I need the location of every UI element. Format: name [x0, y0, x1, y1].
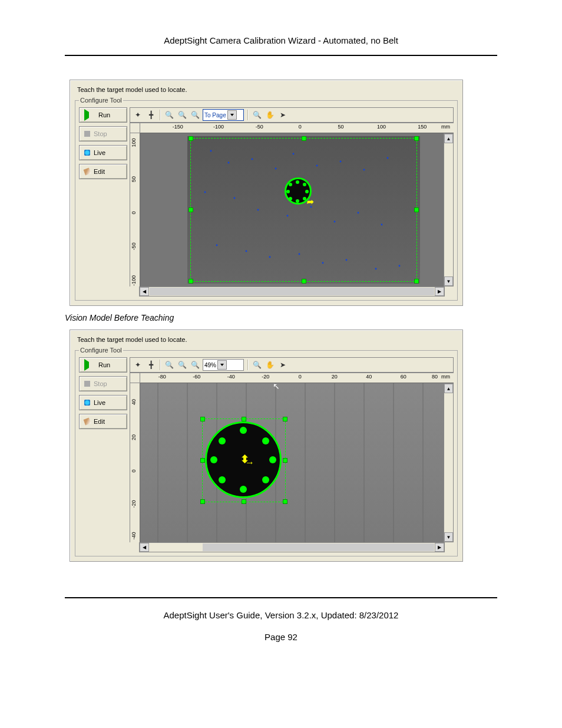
- zoom-actual-icon[interactable]: 🔍: [177, 360, 187, 370]
- pointer-icon[interactable]: ➤: [277, 360, 288, 370]
- view-toolbar: ✦ ╋ 🔍 🔍 🔍 49% 🔍 ✋ ➤: [130, 357, 454, 373]
- header-rule: [65, 55, 497, 56]
- vertical-ruler: 100 50 0 -50 -100: [130, 133, 140, 286]
- scroll-left-icon[interactable]: ◀: [140, 543, 149, 552]
- live-button[interactable]: Live: [79, 145, 127, 160]
- image-view[interactable]: ⬍ → ↖: [140, 383, 444, 542]
- horizontal-ruler: -150 -100 -50 0 50 100 150 mm: [140, 123, 454, 133]
- origin-axes-icon: ➦: [307, 197, 314, 206]
- stop-button[interactable]: Stop: [79, 376, 127, 391]
- zoom-actual-icon[interactable]: 🔍: [177, 110, 187, 120]
- play-icon: [84, 109, 95, 121]
- crosshair-icon[interactable]: ╋: [146, 360, 156, 370]
- chevron-down-icon[interactable]: [217, 360, 227, 370]
- scroll-up-icon[interactable]: ▲: [444, 134, 453, 143]
- magnifier-icon[interactable]: 🔍: [252, 360, 262, 370]
- live-label: Live: [94, 149, 105, 156]
- instruction-text: Teach the target model used to locate.: [77, 86, 458, 93]
- zoom-in-icon[interactable]: 🔍: [164, 360, 174, 370]
- horizontal-ruler: -80 -60 -40 -20 0 20 40 60 80 mm: [140, 373, 454, 383]
- edit-label: Edit: [94, 418, 105, 425]
- configure-tool-legend: Configure Tool: [79, 97, 123, 104]
- view-toolbar: ✦ ╋ 🔍 🔍 🔍 To Page 🔍 ✋ ➤: [130, 107, 454, 123]
- page-header: AdeptSight Camera Calibration Wizard - A…: [65, 35, 497, 45]
- chevron-down-icon[interactable]: [227, 110, 237, 120]
- ruler-corner: [130, 123, 140, 133]
- zoom-select-value: 49%: [204, 362, 216, 368]
- edit-label: Edit: [94, 168, 105, 175]
- cursor-icon: ↖: [273, 383, 280, 391]
- live-button[interactable]: Live: [79, 395, 127, 410]
- roi-rectangle[interactable]: [190, 138, 417, 282]
- scroll-right-icon[interactable]: ▶: [435, 543, 444, 552]
- pencil-icon: [84, 418, 91, 426]
- configure-tool-group: Configure Tool Run Stop Live Edit ✦ ╋ 🔍 …: [75, 347, 458, 556]
- live-label: Live: [94, 399, 105, 406]
- page-number: Page 92: [65, 632, 497, 642]
- live-icon: [84, 400, 90, 406]
- hand-icon[interactable]: ✋: [265, 110, 275, 120]
- horizontal-scrollbar[interactable]: ◀ ▶: [139, 286, 445, 297]
- edit-button[interactable]: Edit: [79, 414, 127, 429]
- horizontal-scrollbar[interactable]: ◀ ▶: [139, 542, 445, 552]
- zoom-out-icon[interactable]: 🔍: [190, 360, 200, 370]
- configure-tool-group: Configure Tool Run Stop Live Edit ✦ ╋ 🔍 …: [75, 97, 458, 301]
- origin-axes-icon: →: [245, 457, 254, 468]
- vertical-ruler: 40 20 0 -20 -40: [130, 383, 140, 542]
- config-icon[interactable]: ✦: [133, 360, 143, 370]
- footer-rule: [65, 597, 497, 598]
- pencil-icon: [84, 168, 91, 176]
- run-label: Run: [98, 111, 110, 118]
- configure-tool-legend: Configure Tool: [79, 347, 123, 354]
- ruler-corner: [130, 373, 140, 383]
- vertical-scrollbar[interactable]: ▲ ▼: [444, 133, 454, 286]
- instruction-text: Teach the target model used to locate.: [77, 336, 458, 343]
- run-button[interactable]: Run: [79, 107, 127, 123]
- zoom-select[interactable]: To Page: [203, 109, 244, 121]
- scroll-left-icon[interactable]: ◀: [140, 287, 149, 296]
- stop-icon: [84, 381, 90, 387]
- zoom-select[interactable]: 49%: [203, 359, 244, 371]
- live-icon: [84, 150, 90, 156]
- stop-label: Stop: [94, 130, 107, 137]
- scroll-down-icon[interactable]: ▼: [444, 532, 453, 542]
- footer-text: AdeptSight User's Guide, Version 3.2.x, …: [65, 610, 497, 620]
- run-button[interactable]: Run: [79, 357, 127, 373]
- zoom-in-icon[interactable]: 🔍: [164, 110, 174, 120]
- pointer-icon[interactable]: ➤: [277, 110, 288, 120]
- scroll-down-icon[interactable]: ▼: [444, 276, 453, 286]
- hand-icon[interactable]: ✋: [265, 360, 275, 370]
- stop-button[interactable]: Stop: [79, 126, 127, 141]
- play-icon: [84, 359, 95, 371]
- vertical-scrollbar[interactable]: ▲ ▼: [444, 383, 454, 542]
- magnifier-icon[interactable]: 🔍: [252, 110, 262, 120]
- crosshair-icon[interactable]: ╋: [146, 110, 156, 120]
- screenshot-panel-1: Teach the target model used to locate. C…: [70, 80, 463, 306]
- run-label: Run: [98, 361, 110, 368]
- zoom-out-icon[interactable]: 🔍: [190, 110, 200, 120]
- zoom-select-value: To Page: [204, 112, 226, 118]
- image-view[interactable]: ➦: [140, 133, 444, 286]
- config-icon[interactable]: ✦: [133, 110, 143, 120]
- edit-button[interactable]: Edit: [79, 164, 127, 179]
- stop-icon: [84, 131, 90, 137]
- stop-label: Stop: [94, 380, 107, 387]
- screenshot-panel-2: Teach the target model used to locate. C…: [70, 330, 463, 562]
- scroll-right-icon[interactable]: ▶: [435, 287, 444, 296]
- scroll-up-icon[interactable]: ▲: [444, 384, 453, 393]
- figure-caption-1: Vision Model Before Teaching: [65, 313, 497, 322]
